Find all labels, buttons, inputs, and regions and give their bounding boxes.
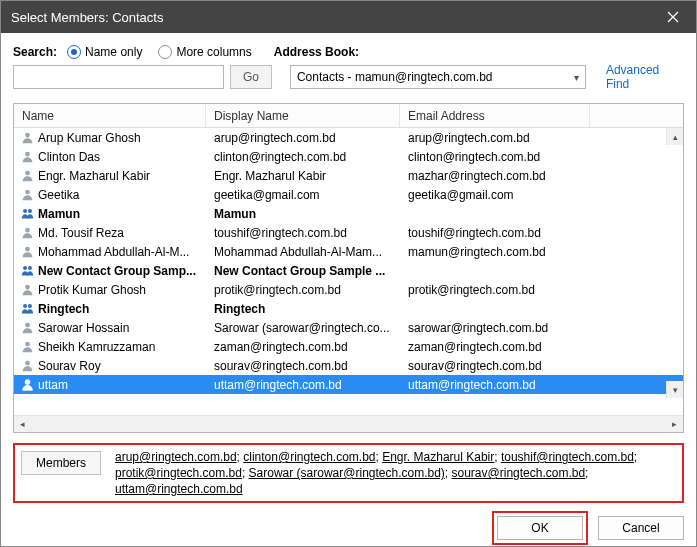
person-icon (18, 283, 36, 296)
cell-name: Mamun (36, 207, 206, 221)
cell-email: arup@ringtech.com.bd (400, 131, 610, 145)
member-entry[interactable]: Sarowar (sarowar@ringtech.com.bd) (249, 466, 445, 480)
table-row[interactable]: Arup Kumar Ghosharup@ringtech.com.bdarup… (14, 128, 683, 147)
table-row[interactable]: Clinton Dasclinton@ringtech.com.bdclinto… (14, 147, 683, 166)
chevron-down-icon: ▾ (574, 72, 579, 83)
svg-point-6 (23, 209, 27, 213)
svg-point-15 (25, 323, 30, 328)
table-row[interactable]: Sourav Roysourav@ringtech.com.bdsourav@r… (14, 356, 683, 375)
svg-point-14 (27, 304, 31, 308)
column-name[interactable]: Name (14, 104, 206, 127)
search-inputs-row: Go Contacts - mamun@ringtech.com.bd ▾ Ad… (13, 63, 684, 91)
cell-name: Geetika (36, 188, 206, 202)
cell-name: Md. Tousif Reza (36, 226, 206, 240)
person-icon (18, 378, 36, 391)
svg-point-18 (25, 380, 30, 385)
column-email[interactable]: Email Address (400, 104, 590, 127)
group-icon (18, 207, 36, 220)
horizontal-scrollbar[interactable]: ◂ ▸ (14, 415, 683, 432)
cell-email: sourav@ringtech.com.bd (400, 359, 610, 373)
table-row[interactable]: Protik Kumar Ghoshprotik@ringtech.com.bd… (14, 280, 683, 299)
cell-email: clinton@ringtech.com.bd (400, 150, 610, 164)
members-button[interactable]: Members (21, 451, 101, 475)
cell-email: mamun@ringtech.com.bd (400, 245, 610, 259)
cell-name: Protik Kumar Ghosh (36, 283, 206, 297)
member-entry[interactable]: arup@ringtech.com.bd (115, 450, 237, 464)
ok-button[interactable]: OK (497, 516, 583, 540)
table-row[interactable]: Geetikageetika@gmail.comgeetika@gmail.co… (14, 185, 683, 204)
scroll-down-button[interactable]: ▾ (666, 381, 683, 398)
member-entry[interactable]: protik@ringtech.com.bd (115, 466, 242, 480)
cell-display: New Contact Group Sample ... (206, 264, 400, 278)
svg-point-9 (25, 247, 30, 252)
advanced-find-link[interactable]: Advanced Find (606, 63, 684, 91)
svg-point-3 (25, 152, 30, 157)
cell-display: protik@ringtech.com.bd (206, 283, 400, 297)
radio-name-only[interactable]: Name only (67, 45, 142, 59)
table-row[interactable]: Sheikh Kamruzzamanzaman@ringtech.com.bdz… (14, 337, 683, 356)
table-row[interactable]: uttamuttam@ringtech.com.bduttam@ringtech… (14, 375, 683, 394)
cell-display: sourav@ringtech.com.bd (206, 359, 400, 373)
cell-display: Mohammad Abdullah-Al-Mam... (206, 245, 400, 259)
scroll-up-button[interactable]: ▴ (666, 128, 683, 145)
member-entry[interactable]: clinton@ringtech.com.bd (243, 450, 375, 464)
addressbook-select[interactable]: Contacts - mamun@ringtech.com.bd ▾ (290, 65, 586, 89)
svg-point-11 (27, 266, 31, 270)
person-icon (18, 150, 36, 163)
person-icon (18, 131, 36, 144)
table-row[interactable]: New Contact Group Samp...New Contact Gro… (14, 261, 683, 280)
radio-more-columns[interactable]: More columns (158, 45, 251, 59)
radio-name-only-label: Name only (85, 45, 142, 59)
cell-display: uttam@ringtech.com.bd (206, 378, 400, 392)
addressbook-label: Address Book: (274, 45, 359, 59)
cell-name: Sheikh Kamruzzaman (36, 340, 206, 354)
cell-display: Mamun (206, 207, 400, 221)
cell-display: arup@ringtech.com.bd (206, 131, 400, 145)
column-spacer (590, 104, 683, 127)
cell-name: Clinton Das (36, 150, 206, 164)
radio-more-columns-label: More columns (176, 45, 251, 59)
table-row[interactable]: Engr. Mazharul KabirEngr. Mazharul Kabir… (14, 166, 683, 185)
table-row[interactable]: MamunMamun (14, 204, 683, 223)
search-label: Search: (13, 45, 57, 59)
person-icon (18, 359, 36, 372)
svg-point-13 (23, 304, 27, 308)
cell-name: Mohammad Abdullah-Al-M... (36, 245, 206, 259)
cell-display: toushif@ringtech.com.bd (206, 226, 400, 240)
search-input[interactable] (13, 65, 224, 89)
person-icon (18, 245, 36, 258)
cell-display: Sarowar (sarowar@ringtech.co... (206, 321, 400, 335)
ok-highlight: OK (492, 511, 588, 545)
list-body: Arup Kumar Ghosharup@ringtech.com.bdarup… (14, 128, 683, 415)
cell-display: clinton@ringtech.com.bd (206, 150, 400, 164)
close-icon (667, 11, 679, 23)
member-entry[interactable]: Engr. Mazharul Kabir (382, 450, 494, 464)
go-button[interactable]: Go (230, 65, 272, 89)
member-entry[interactable]: toushif@ringtech.com.bd (501, 450, 634, 464)
titlebar: Select Members: Contacts (1, 1, 696, 33)
search-options-row: Search: Name only More columns Address B… (13, 45, 684, 59)
cell-display: Engr. Mazharul Kabir (206, 169, 400, 183)
table-row[interactable]: Md. Tousif Rezatoushif@ringtech.com.bdto… (14, 223, 683, 242)
svg-point-8 (25, 228, 30, 233)
person-icon (18, 169, 36, 182)
svg-point-4 (25, 171, 30, 176)
cell-email: toushif@ringtech.com.bd (400, 226, 610, 240)
cell-email: uttam@ringtech.com.bd (400, 378, 610, 392)
cell-name: Arup Kumar Ghosh (36, 131, 206, 145)
list-header: Name Display Name Email Address (14, 104, 683, 128)
person-icon (18, 340, 36, 353)
scroll-right-button[interactable]: ▸ (666, 416, 683, 433)
svg-point-16 (25, 342, 30, 347)
table-row[interactable]: Sarowar HossainSarowar (sarowar@ringtech… (14, 318, 683, 337)
cancel-button[interactable]: Cancel (598, 516, 684, 540)
scroll-left-button[interactable]: ◂ (14, 416, 31, 433)
members-text[interactable]: arup@ringtech.com.bd; clinton@ringtech.c… (115, 449, 676, 497)
cell-email: mazhar@ringtech.com.bd (400, 169, 610, 183)
member-entry[interactable]: sourav@ringtech.com.bd (452, 466, 586, 480)
member-entry[interactable]: uttam@ringtech.com.bd (115, 482, 243, 496)
column-display[interactable]: Display Name (206, 104, 400, 127)
table-row[interactable]: RingtechRingtech (14, 299, 683, 318)
close-button[interactable] (650, 1, 696, 33)
table-row[interactable]: Mohammad Abdullah-Al-M...Mohammad Abdull… (14, 242, 683, 261)
